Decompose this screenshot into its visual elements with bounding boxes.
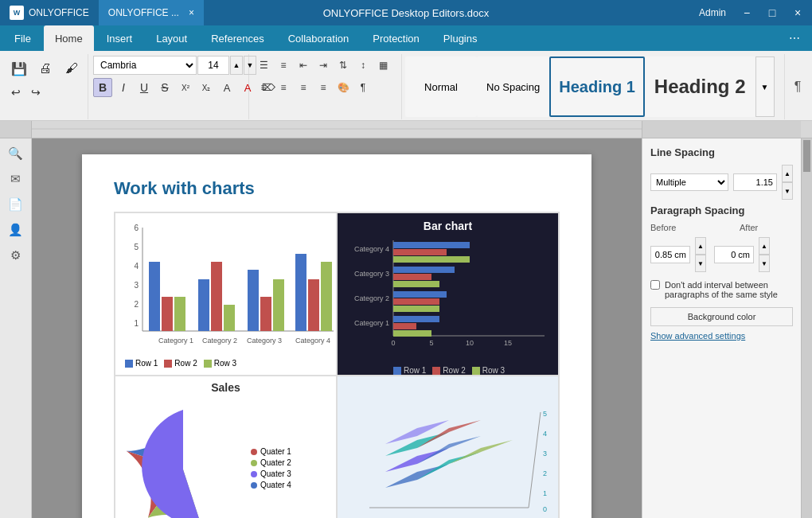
tab-insert[interactable]: Insert xyxy=(96,25,144,51)
ribbon-tabs: File Home Insert Layout References Colla… xyxy=(0,25,812,51)
panel-toggle-btn[interactable]: ¶ xyxy=(787,54,809,119)
line-spacing-button[interactable]: ↕ xyxy=(353,56,373,75)
subscript-button[interactable]: X₂ xyxy=(197,78,216,97)
svg-rect-22 xyxy=(295,254,306,331)
after-spacing-input[interactable] xyxy=(714,246,754,263)
spacing-spin-up[interactable]: ▲ xyxy=(782,165,793,182)
ribbon-collapse-btn[interactable]: ⋯ xyxy=(783,30,806,46)
svg-rect-41 xyxy=(393,291,447,298)
numbered-list-button[interactable]: ≡ xyxy=(274,56,293,75)
sidebar-search-icon[interactable]: 🔍 xyxy=(4,142,28,166)
svg-rect-24 xyxy=(321,262,332,331)
spacing-spin-down[interactable]: ▼ xyxy=(782,182,793,200)
sidebar-settings-icon[interactable]: ⚙ xyxy=(4,243,28,267)
style-spacing-label: No Spacing xyxy=(486,81,540,93)
close-button[interactable]: × xyxy=(787,5,809,21)
highlight-color-button[interactable]: 🎨 xyxy=(334,78,353,97)
h-legend-box-row1 xyxy=(393,367,401,375)
pie-legend-box-q4 xyxy=(251,482,257,489)
doc-tab[interactable]: ONLYOFFICE ... × xyxy=(99,0,204,25)
ruler-scroll-spacer xyxy=(801,121,812,138)
decrease-indent-button[interactable]: ⇤ xyxy=(294,56,313,75)
tab-protection[interactable]: Protection xyxy=(361,25,431,51)
svg-text:1: 1 xyxy=(134,319,139,328)
bold-button[interactable]: B xyxy=(93,78,112,97)
align-justify-button[interactable]: ≡ xyxy=(314,78,333,97)
tab-collaboration[interactable]: Collaboration xyxy=(277,25,361,51)
paragraph-spacing-title: Paragraph Spacing xyxy=(650,204,793,216)
after-spin-down[interactable]: ▼ xyxy=(759,255,770,272)
admin-label: Admin xyxy=(693,7,732,18)
right-panel: Line Spacing Multiple Single 1.5 lines D… xyxy=(642,138,801,518)
styles-dropdown-btn[interactable]: ▼ xyxy=(755,56,775,117)
scrollbar-thumb[interactable] xyxy=(803,140,810,172)
minimize-button[interactable]: − xyxy=(736,5,758,21)
tab-references[interactable]: References xyxy=(200,25,275,51)
restore-button[interactable]: □ xyxy=(761,5,783,21)
style-heading1-button[interactable]: Heading 1 xyxy=(549,56,645,117)
shading-button[interactable]: ▦ xyxy=(373,56,392,75)
italic-button[interactable]: I xyxy=(114,78,133,97)
pie-legend-q2: Quater 2 xyxy=(251,458,291,467)
h-legend-label-row3: Row 3 xyxy=(482,366,505,375)
vertical-scrollbar[interactable] xyxy=(801,138,812,518)
increase-indent-button[interactable]: ⇥ xyxy=(314,56,333,75)
same-style-checkbox[interactable] xyxy=(650,280,660,290)
bullet-list-button[interactable]: ☰ xyxy=(254,56,273,75)
tab-layout[interactable]: Layout xyxy=(145,25,198,51)
bar-chart-horizontal-cell: Bar chart 0 5 10 15 Category 4 xyxy=(337,212,559,376)
before-spacing-input[interactable] xyxy=(650,246,690,263)
font-size-up-btn[interactable]: ▲ xyxy=(230,56,243,75)
before-spin-down[interactable]: ▼ xyxy=(695,255,706,272)
spacing-value-input[interactable] xyxy=(733,173,777,191)
svg-rect-45 xyxy=(393,316,439,322)
checkbox-row: Don't add interval between paragraphs of… xyxy=(650,280,793,299)
style-normal-button[interactable]: Normal xyxy=(405,56,477,117)
checkbox-label: Don't add interval between paragraphs of… xyxy=(665,280,793,299)
superscript-button[interactable]: X² xyxy=(176,78,195,97)
after-spin-up[interactable]: ▲ xyxy=(759,237,770,255)
sort-button[interactable]: ⇅ xyxy=(334,56,353,75)
left-sidebar: 🔍 ✉ 📄 👤 ⚙ xyxy=(0,138,32,518)
style-spacing-button[interactable]: No Spacing xyxy=(477,56,549,117)
copy-style-button[interactable]: 🖌 xyxy=(59,56,84,81)
app-tab[interactable]: W ONLYOFFICE xyxy=(0,0,99,25)
align-center-button[interactable]: ≡ xyxy=(274,78,293,97)
tab-file[interactable]: File xyxy=(3,25,42,51)
bar-h-legend: Row 1 Row 2 Row 3 xyxy=(338,366,558,375)
background-color-btn[interactable]: Background color xyxy=(650,307,793,326)
font-size-input[interactable] xyxy=(197,56,229,75)
font-family-select[interactable]: Cambria xyxy=(93,56,197,75)
legend-box-row2 xyxy=(164,360,172,368)
svg-text:0: 0 xyxy=(543,505,547,513)
svg-text:4: 4 xyxy=(543,430,547,438)
sidebar-mail-icon[interactable]: ✉ xyxy=(4,167,28,191)
doc-tab-close[interactable]: × xyxy=(189,7,194,18)
tab-home[interactable]: Home xyxy=(44,25,94,51)
before-after-labels: Before After xyxy=(650,223,793,232)
print-button[interactable]: 🖨 xyxy=(33,56,58,81)
save-button[interactable]: 💾 xyxy=(6,56,32,81)
underline-button[interactable]: U xyxy=(135,78,154,97)
strikethrough-button[interactable]: S xyxy=(155,78,174,97)
tab-plugins[interactable]: Plugins xyxy=(432,25,489,51)
style-heading2-button[interactable]: Heading 2 xyxy=(645,56,755,117)
paragraph-marks-button[interactable]: ¶ xyxy=(353,78,373,97)
paragraph-spacing-section: Paragraph Spacing Before After ▲ ▼ ▲ ▼ xyxy=(650,204,793,272)
before-spin-up[interactable]: ▲ xyxy=(695,237,706,255)
highlight-button[interactable]: A xyxy=(217,78,236,97)
app-name-label: ONLYOFFICE xyxy=(29,7,89,18)
undo-button[interactable]: ↩ xyxy=(6,83,25,102)
svg-text:Category 3: Category 3 xyxy=(247,337,282,345)
document-scroll-area[interactable]: Work with charts 6 5 4 3 2 xyxy=(32,138,642,518)
sidebar-user-icon[interactable]: 👤 xyxy=(4,218,28,242)
align-right-button[interactable]: ≡ xyxy=(294,78,313,97)
align-left-button[interactable]: ≡ xyxy=(254,78,273,97)
svg-rect-46 xyxy=(393,323,416,329)
advanced-settings-link[interactable]: Show advanced settings xyxy=(650,331,793,341)
redo-button[interactable]: ↪ xyxy=(26,83,45,102)
spacing-type-select[interactable]: Multiple Single 1.5 lines Double xyxy=(650,173,728,191)
sidebar-doc-icon[interactable]: 📄 xyxy=(4,193,28,216)
surface-chart-svg: 5 4 3 2 1 0 xyxy=(338,376,559,518)
svg-text:5: 5 xyxy=(543,410,547,418)
